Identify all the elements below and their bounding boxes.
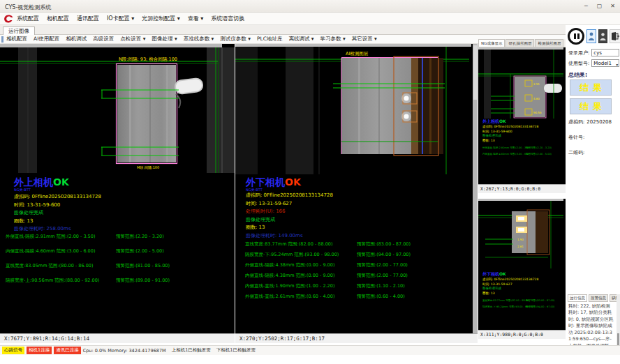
result-badge-1: 结果 [570, 79, 612, 96]
run-info-log: 耗时: 222, 缺陷检测耗时: 17, 缺陷分类耗时: 0, 缺陷视斑分区耗时… [568, 303, 614, 351]
measurement-row: 内侧直线-直线:1.90mm 范围:(1.00 - 2.20) 预警范围:(1.… [245, 283, 475, 294]
virtual-code-line: 虚拟码: 0Ffline20250208133134728 [246, 192, 333, 200]
tool-spot-check[interactable]: 点检设置 ▾ [120, 36, 145, 43]
tab-run-image[interactable]: 运行图像 [3, 26, 35, 35]
tool-image-processing[interactable]: 图像处理 ▾ [152, 36, 177, 43]
tool-learning-params[interactable]: 学习参数 ▾ [320, 36, 346, 43]
alert-range: 预警范围:(0.60 - 4.00) [357, 294, 405, 300]
menu-item-light-config[interactable]: 光源控制配置 ▾ [142, 15, 180, 22]
tool-baseline-params[interactable]: 基准线参数 ▾ [184, 36, 214, 43]
user-icon [588, 31, 595, 41]
camera-name: 外上相机 [482, 119, 499, 123]
tool-plc-address[interactable]: PLC地址库 [257, 36, 282, 43]
exit-button[interactable] [610, 29, 620, 43]
tool-camera-debug[interactable]: 相机调试 [66, 36, 87, 43]
measurement-value: 隔膜宽度-下:95.24mm 范围:(93.00 - 98.00) [245, 252, 339, 258]
tab-ng-image[interactable]: NG成像显示 [478, 39, 505, 47]
menubar: 系统配置 相机配置 通讯配置 IO卡配置 ▾ 光源控制配置 ▾ 查看 ▾ 系统语… [0, 13, 620, 25]
upper-camera-image[interactable]: N段:间隔: 93; 检合间隔:100 M段:间隔:100 [0, 44, 235, 173]
alert-range: 预警范围:(2.00 - 5.00) [116, 248, 164, 255]
camera-name: 外下相机 [482, 271, 499, 276]
menu-item-language[interactable]: 系统语言切换 [211, 15, 244, 22]
tool-advanced-settings[interactable]: 高级设置 [93, 36, 114, 43]
menu-item-camera-config[interactable]: 相机配置 [47, 15, 69, 22]
sidebar: 登录用户: 使用型号: Model1 ▾ 总结果: 结果 结果 虚拟码: 202… [567, 25, 620, 356]
close-button[interactable]: ✕ [607, 1, 619, 10]
measurement-row: 直线宽度:83.77mm 范围:(82.00 - 88.00) 预警范围:(83… [245, 241, 475, 252]
operator-button[interactable] [598, 29, 607, 43]
maximize-button[interactable]: ▢ [593, 1, 605, 10]
info-scrollbar[interactable] [617, 294, 620, 351]
process-done-line: 图像处理完成 [14, 209, 101, 218]
menu-item-io-config[interactable]: IO卡配置 ▾ [107, 15, 134, 22]
user-button[interactable] [586, 29, 596, 43]
virtual-code-value: 20250208 [586, 119, 612, 125]
menu-item-comm-config[interactable]: 通讯配置 [77, 15, 99, 22]
scene-top-edge [0, 44, 222, 47]
comm-connected-badge: 通讯已连接 [54, 347, 81, 354]
tool-offline-debug[interactable]: 离线调试 ▾ [288, 36, 313, 43]
pause-button[interactable] [568, 28, 584, 45]
mini-lower-image[interactable]: 1.90 2.61 [478, 199, 566, 268]
time-line: 时间: 13-31-59-627 [246, 200, 333, 208]
measurement-row: 隔膜宽度-下:95.24mm 范围:(93.00 - 98.00) 预警范围:(… [245, 252, 475, 262]
alert-range: 预警范围:(89.00 - 91.00) [116, 278, 170, 284]
alert-range: 预警范围:(2.00 - 77.00) [357, 273, 408, 279]
qrcode-row: 二维码: [568, 149, 584, 156]
overlay-info-block: 虚拟码: 0Ffline20250208133134728 时间: 13-31-… [246, 192, 333, 240]
ai-time-line: 处理耗时(U): 166 [246, 208, 333, 216]
mini-upper-image[interactable]: 2.91 4.60 90.56 [478, 47, 566, 119]
scrollbar-thumb[interactable] [473, 45, 477, 100]
chevron-down-icon: ▾ [616, 61, 618, 68]
tool-tester-params[interactable]: 测试仪参数 ▾ [220, 36, 251, 43]
alert-range: 预警范围:(83.00 - 87.00) [526, 299, 554, 302]
app-statusbar: 心跳信号 相机1连接 通讯已连接 Cpu: 0.0% Memory: 3424.… [0, 345, 620, 355]
model-select[interactable]: Model1 ▾ [591, 59, 619, 67]
login-label: 登录用户: [568, 50, 589, 56]
operator-icon [600, 32, 606, 41]
process-time-line: 图像处理耗时: 149.00ms [246, 232, 333, 241]
mini-upper-coordinate-bar: X:267;Y:13;R:0;G:0;B:0 [478, 184, 566, 193]
window-title: CYS-视觉检测系统 [5, 3, 51, 11]
virtual-code-label: 虚拟码: [568, 119, 584, 126]
tab-alarm-info[interactable]: 报警信息 [589, 294, 608, 302]
measurement-row: 内侧直线-隔膜:4.60mm 范围:(3.00 - 6.00) 预警范围:(2.… [6, 248, 233, 263]
highlight-spot [404, 96, 409, 101]
alert-range: 预警范围:(94.00 - 97.00) [526, 305, 554, 308]
upper-camera-view[interactable]: N段:间隔: 93; 检合间隔:100 M段:间隔:100 外上相机OK NG类… [0, 44, 235, 343]
app-window: CYS-视觉检测系统 ─ ▢ ✕ 系统配置 相机配置 通讯配置 IO卡配置 ▾ … [0, 0, 620, 364]
menu-item-system-config[interactable]: 系统配置 [17, 15, 39, 22]
tab-handle [544, 84, 562, 93]
tab-run-info[interactable]: 运行信息 [568, 294, 587, 302]
overlay-info-block: 虚拟码: 0Ffline20250208133134728 时间: 13-31-… [14, 193, 101, 234]
sidebar-buttons [568, 28, 620, 45]
lower-camera-view[interactable]: AI检测图层 外下相机OK NG类:BTT 虚拟码: 0Ffline202502… [235, 44, 478, 343]
cpu-memory-status: Cpu: 0.0% Memory: 3424.4179687M [83, 348, 166, 354]
tab-layer-2[interactable]: 检测抽丝图层 [535, 39, 563, 47]
tool-other-settings[interactable]: 其它设置 ▾ [352, 36, 377, 43]
mini-overlay: 外下相机OK 虚拟码: 0Ffline20250208133134728 时间:… [482, 271, 563, 312]
login-user-field[interactable] [591, 49, 619, 56]
menu-item-view[interactable]: 查看 ▾ [188, 15, 204, 22]
result-status: OK [53, 176, 69, 188]
info-tabstrip: 运行信息 报警信息 缺陷信息 [568, 294, 620, 302]
minimize-button[interactable]: ─ [580, 1, 592, 10]
ng-class-label: NG类:BTT [14, 188, 31, 192]
defect-label: 2.61 [517, 245, 524, 248]
mini-view-upper[interactable]: 2.91 4.60 90.56 外上相机OK 虚拟码: 0Ffline20250… [478, 47, 566, 193]
tool-camera-config[interactable]: 相机配置 [6, 36, 27, 43]
measurement-value: 外侧直线-隔膜:2.91mm 范围:(2.00 - 3.50) [482, 146, 531, 149]
mini-view-lower[interactable]: 1.90 2.61 外下相机OK 虚拟码: 0Ffline20250208133… [478, 199, 566, 339]
process-time-line: 图像处理耗时: 258.00ms [14, 225, 101, 234]
total-result-label: 总结果: [568, 71, 587, 79]
result-badge-2: 结果 [570, 98, 612, 114]
tool-ai-config[interactable]: AI使用配置 [34, 36, 59, 43]
upper-view-coordinate-bar: X:7677;Y:891;R:14;G:14;B:14 [0, 333, 235, 343]
lower-camera-image[interactable]: AI检测图层 [235, 44, 478, 174]
app-logo-icon [3, 14, 14, 24]
measurement-row: 外侧直线-隔膜:4.38mm 范围:(0.00 - 9.00) 预警范围:(2.… [245, 262, 475, 273]
tab-layer-1[interactable]: 研孔抽丝图层 [505, 39, 534, 47]
measurement-value: 隔膜宽度-上:90.56mm 范围:(88.00 - 92.00) [6, 278, 99, 284]
measurement-list: 直线宽度:83.77mm 范围:(82.00 - 88.00) 预警范围:(83… [245, 241, 475, 304]
alert-range: 预警范围:(2.00 - 5.00) [526, 153, 552, 156]
